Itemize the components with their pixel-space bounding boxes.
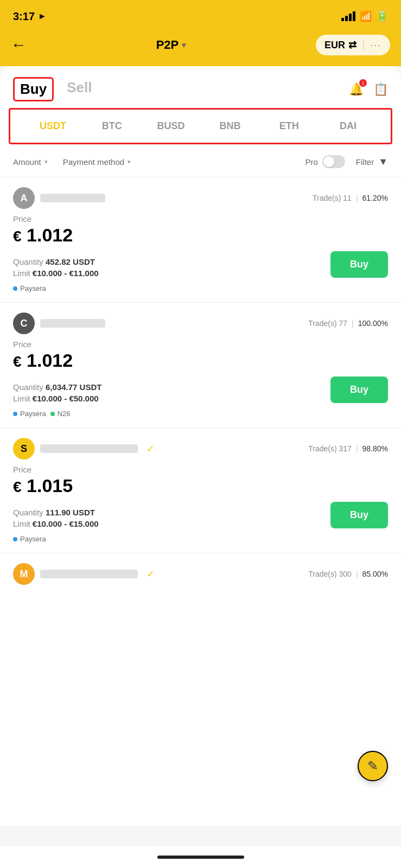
- listing-2-stats: Trade(s) 77 | 100.00%: [308, 319, 388, 328]
- listing-3-percent: 98.80%: [362, 444, 388, 453]
- seller-4-info: M ✓: [13, 563, 155, 585]
- tab-buy[interactable]: Buy: [13, 77, 54, 101]
- seller-3-info: S ✓: [13, 438, 155, 459]
- listing-3-trades: Trade(s) 317: [308, 444, 352, 453]
- listing-2-buy-button[interactable]: Buy: [330, 376, 388, 403]
- paysera-label-3: Paysera: [20, 535, 46, 543]
- listing-4-trades: Trade(s) 300: [308, 570, 352, 578]
- listing-1-limit: Limit €10.000 - €11.000: [13, 269, 99, 278]
- paysera-dot-2: [13, 412, 17, 416]
- crypto-tab-bnb[interactable]: BNB: [200, 117, 259, 135]
- listing-3-qty-row: Quantity 111.90 USDT Limit €10.000 - €15…: [13, 502, 388, 528]
- seller-1-info: A: [13, 187, 105, 209]
- listing-1-header: A Trade(s) 11 | 61.20%: [13, 187, 388, 209]
- signal-bars-icon: [341, 11, 355, 21]
- listing-2-tag-paysera: Paysera: [13, 410, 46, 418]
- filter-button[interactable]: Filter ▼: [356, 156, 388, 168]
- crypto-tabs: USDT BTC BUSD BNB ETH DAI: [9, 108, 392, 144]
- seller-3-avatar: S: [13, 438, 35, 459]
- filter-label: Filter: [356, 157, 374, 167]
- listing-1-percent: 61.20%: [362, 194, 388, 202]
- battery-icon: 🔋: [376, 10, 388, 22]
- home-indicator: [157, 856, 244, 859]
- listing-2-qty-info: Quantity 6,034.77 USDT Limit €10.000 - €…: [13, 382, 101, 403]
- listing-1: A Trade(s) 11 | 61.20% Price € 1.012 Qua…: [0, 177, 401, 303]
- listing-2-payment-tags: Paysera N26: [13, 410, 388, 427]
- buy-sell-tabs: Buy Sell 🔔 1 📋: [0, 66, 401, 101]
- listing-2-limit: Limit €10.000 - €50.000: [13, 394, 101, 403]
- header-divider: [363, 40, 364, 50]
- paysera-label: Paysera: [20, 284, 46, 292]
- listing-2-percent: 100.00%: [358, 319, 388, 328]
- filter-funnel-icon: ▼: [378, 156, 388, 168]
- listing-2-price: € 1.012: [13, 350, 388, 371]
- header-title: P2P ▾: [156, 38, 186, 52]
- listing-3-tag-paysera: Paysera: [13, 535, 46, 543]
- listing-1-payment-tags: Paysera: [13, 284, 388, 302]
- currency-selector[interactable]: EUR ⇄: [324, 39, 357, 51]
- listing-1-qty-info: Quantity 452.82 USDT Limit €10.000 - €11…: [13, 257, 99, 278]
- status-time: 3:17 ►: [13, 10, 47, 23]
- title-chevron-icon[interactable]: ▾: [182, 41, 186, 49]
- n26-label: N26: [58, 410, 71, 418]
- listing-1-trades: Trade(s) 11: [313, 194, 352, 202]
- status-bar: 3:17 ► 📶 🔋: [0, 0, 401, 30]
- listing-2-trades: Trade(s) 77: [308, 319, 347, 328]
- listing-3-price-label: Price: [13, 465, 388, 474]
- pro-toggle-thumb: [323, 156, 334, 167]
- p2p-title: P2P: [156, 38, 179, 52]
- amount-filter[interactable]: Amount ▾: [13, 157, 48, 167]
- pro-toggle-track[interactable]: [322, 155, 345, 168]
- orders-icon: 📋: [373, 82, 388, 96]
- listing-1-price-label: Price: [13, 214, 388, 224]
- filter-row: Amount ▾ Payment method ▾ Pro Filter ▼: [0, 151, 401, 177]
- location-icon: ►: [38, 11, 47, 21]
- seller-2-name: [40, 319, 105, 328]
- header-right[interactable]: EUR ⇄ ···: [316, 35, 390, 55]
- crypto-tab-btc[interactable]: BTC: [82, 117, 142, 135]
- payment-method-filter[interactable]: Payment method ▾: [63, 157, 131, 167]
- back-button[interactable]: ←: [11, 36, 26, 54]
- notification-badge: 1: [359, 79, 367, 87]
- currency-label: EUR: [324, 40, 345, 51]
- crypto-tab-eth[interactable]: ETH: [259, 117, 319, 135]
- seller-3-name: [40, 444, 138, 453]
- listing-2-tag-n26: N26: [50, 410, 71, 418]
- listing-2-qty-row: Quantity 6,034.77 USDT Limit €10.000 - €…: [13, 376, 388, 403]
- orders-button[interactable]: 📋: [373, 82, 388, 97]
- listing-4-stats: Trade(s) 300 | 85.00%: [308, 570, 388, 578]
- listing-3-header: S ✓ Trade(s) 317 | 98.80%: [13, 438, 388, 459]
- paysera-dot-3: [13, 537, 17, 541]
- exchange-icon: ⇄: [348, 39, 357, 51]
- listing-1-price: € 1.012: [13, 225, 388, 246]
- wifi-icon: 📶: [360, 10, 372, 22]
- listing-3-price: € 1.015: [13, 475, 388, 496]
- crypto-tab-dai[interactable]: DAI: [319, 117, 378, 135]
- listing-4-partial: M ✓ Trade(s) 300 | 85.00%: [0, 553, 401, 585]
- listing-3-buy-button[interactable]: Buy: [330, 502, 388, 528]
- listing-1-buy-button[interactable]: Buy: [330, 251, 388, 278]
- listing-2: C Trade(s) 77 | 100.00% Price € 1.012 Qu…: [0, 303, 401, 428]
- listing-4-header: M ✓ Trade(s) 300 | 85.00%: [13, 563, 388, 585]
- seller-2-avatar: C: [13, 312, 35, 334]
- pro-toggle[interactable]: Pro: [305, 155, 345, 168]
- crypto-tab-busd[interactable]: BUSD: [142, 117, 201, 135]
- header: ← P2P ▾ EUR ⇄ ···: [0, 30, 401, 66]
- tabs-icons: 🔔 1 📋: [349, 82, 388, 97]
- payment-method-chevron-icon: ▾: [128, 158, 131, 165]
- fab-icon: ✎: [367, 758, 378, 774]
- notification-button[interactable]: 🔔 1: [349, 82, 364, 97]
- more-button[interactable]: ···: [370, 40, 381, 51]
- listing-2-header: C Trade(s) 77 | 100.00%: [13, 312, 388, 334]
- tab-sell[interactable]: Sell: [67, 79, 92, 99]
- listing-3: S ✓ Trade(s) 317 | 98.80% Price € 1.015 …: [0, 428, 401, 553]
- fab-button[interactable]: ✎: [358, 751, 388, 781]
- listing-3-payment-tags: Paysera: [13, 535, 388, 553]
- main-card: Buy Sell 🔔 1 📋 USDT BTC BUSD BNB ETH DAI…: [0, 66, 401, 826]
- crypto-tab-usdt[interactable]: USDT: [23, 117, 82, 135]
- listing-3-limit: Limit €10.000 - €15.000: [13, 519, 99, 528]
- pro-label: Pro: [305, 157, 317, 167]
- seller-2-info: C: [13, 312, 105, 334]
- listing-4-percent: 85.00%: [362, 570, 388, 578]
- status-icons: 📶 🔋: [341, 10, 388, 22]
